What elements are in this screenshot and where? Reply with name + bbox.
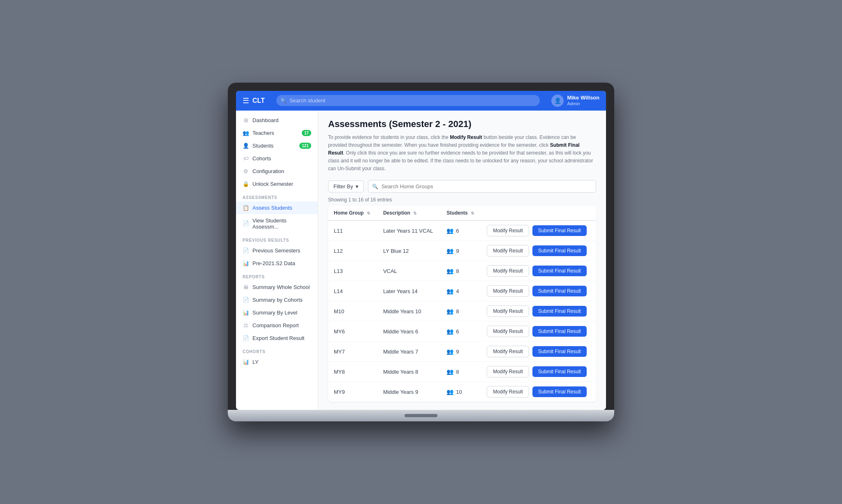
hamburger-icon: ☰: [243, 96, 249, 105]
cell-actions: Modify Result Submit Final Result: [481, 241, 596, 261]
sidebar-item-previous-semesters[interactable]: 📄 Previous Semesters: [236, 244, 318, 257]
top-nav: ☰ CLT 🔍 👤 Mike Willson Admin: [236, 91, 606, 111]
sidebar-item-students[interactable]: 👤 Students 121: [236, 139, 318, 152]
cell-home-group: L14: [328, 281, 377, 301]
col-home-group[interactable]: Home Group ⇅: [328, 206, 377, 220]
table-row: L13 VCAL 👥 8 Modify Result Submit Final …: [328, 261, 596, 281]
chevron-down-icon: ▾: [356, 183, 359, 190]
sidebar-label-dashboard: Dashboard: [252, 117, 279, 123]
cell-students: 👥 8: [441, 362, 481, 382]
modify-result-button[interactable]: Modify Result: [487, 326, 529, 337]
table-row: L12 LY Blue 12 👥 9 Modify Result Submit …: [328, 241, 596, 261]
submit-final-result-button[interactable]: Submit Final Result: [532, 366, 587, 377]
cell-home-group: MY7: [328, 342, 377, 362]
sidebar-item-teachers[interactable]: 👥 Teachers 17: [236, 127, 318, 139]
cell-students: 👥 9: [441, 342, 481, 362]
modify-result-button[interactable]: Modify Result: [487, 225, 529, 236]
cell-actions: Modify Result Submit Final Result: [481, 301, 596, 321]
submit-final-result-button[interactable]: Submit Final Result: [532, 225, 587, 236]
sort-home-group-icon: ⇅: [367, 211, 370, 215]
cell-students: 👥 4: [441, 281, 481, 301]
cohorts-icon: 🏷: [243, 155, 249, 162]
cell-home-group: L11: [328, 220, 377, 241]
search-bar: 🔍: [276, 95, 540, 106]
sidebar-item-export[interactable]: 📄 Export Student Result: [236, 332, 318, 344]
page-title: Assessments (Semester 2 - 2021): [328, 119, 596, 129]
sidebar-item-summary-cohorts[interactable]: 📄 Summary by Cohorts: [236, 294, 318, 306]
sidebar-item-ly[interactable]: 📊 LY: [236, 356, 318, 368]
cell-home-group: M10: [328, 301, 377, 321]
sidebar-label-previous-semesters: Previous Semesters: [252, 247, 300, 254]
filter-by-button[interactable]: Filter By ▾: [328, 180, 364, 192]
laptop-screen: ☰ CLT 🔍 👤 Mike Willson Admin ⊞: [236, 91, 606, 410]
filter-bar: Filter By ▾ 🔍: [328, 180, 596, 193]
sidebar-item-pre2021[interactable]: 📊 Pre-2021.S2 Data: [236, 257, 318, 270]
sidebar-label-teachers: Teachers: [252, 130, 274, 136]
cell-actions: Modify Result Submit Final Result: [481, 220, 596, 241]
search-input[interactable]: [276, 95, 540, 106]
configuration-icon: ⚙: [243, 168, 249, 174]
avatar: 👤: [551, 95, 564, 107]
sidebar-item-configuration[interactable]: ⚙ Configuration: [236, 165, 318, 178]
sidebar-label-comparison: Comparison Report: [252, 322, 299, 328]
table-row: MY8 Middle Years 8 👥 8 Modify Result Sub…: [328, 362, 596, 382]
showing-entries-text: Showing 1 to 16 of 16 entries: [328, 197, 596, 203]
cell-actions: Modify Result Submit Final Result: [481, 321, 596, 342]
students-count: 8: [456, 268, 459, 274]
submit-final-result-button[interactable]: Submit Final Result: [532, 286, 587, 296]
sidebar-item-summary-whole-school[interactable]: 🏛 Summary Whole School: [236, 281, 318, 294]
modify-result-button[interactable]: Modify Result: [487, 245, 529, 257]
submit-final-result-button[interactable]: Submit Final Result: [532, 346, 587, 357]
submit-final-result-button[interactable]: Submit Final Result: [532, 326, 587, 337]
modify-result-button[interactable]: Modify Result: [487, 265, 529, 277]
cell-actions: Modify Result Submit Final Result: [481, 261, 596, 281]
submit-final-result-button[interactable]: Submit Final Result: [532, 245, 587, 256]
app-title: CLT: [252, 97, 265, 104]
assessments-section-label: ASSESSMENTS: [236, 190, 318, 201]
cell-description: Middle Years 10: [377, 301, 441, 321]
user-menu[interactable]: 👤 Mike Willson Admin: [551, 95, 599, 107]
modify-result-button[interactable]: Modify Result: [487, 285, 529, 297]
summary-cohorts-icon: 📄: [243, 297, 249, 303]
summary-level-icon: 📊: [243, 310, 249, 316]
sidebar-item-comparison-report[interactable]: ⚖ Comparison Report: [236, 319, 318, 332]
modify-result-button[interactable]: Modify Result: [487, 346, 529, 357]
cell-description: Later Years 11 VCAL: [377, 220, 441, 241]
submit-final-result-button[interactable]: Submit Final Result: [532, 266, 587, 276]
submit-final-result-button[interactable]: Submit Final Result: [532, 386, 587, 397]
modify-result-button[interactable]: Modify Result: [487, 366, 529, 377]
sidebar-item-dashboard[interactable]: ⊞ Dashboard: [236, 114, 318, 127]
col-description[interactable]: Description ⇅: [377, 206, 441, 220]
cell-home-group: MY8: [328, 362, 377, 382]
teachers-icon: 👥: [243, 130, 249, 136]
page-description: To provide evidence for students in your…: [328, 134, 596, 173]
cell-students: 👥 6: [441, 220, 481, 241]
col-students[interactable]: Students ⇅: [441, 206, 481, 220]
search-home-groups-input[interactable]: [368, 180, 596, 193]
app-body: ⊞ Dashboard 👥 Teachers 17 👤 Students 121…: [236, 111, 606, 410]
search-icon: 🔍: [280, 98, 287, 104]
col-actions: [481, 206, 596, 220]
assessments-table: Home Group ⇅ Description ⇅ Students ⇅: [328, 206, 596, 402]
sidebar-item-assess-students[interactable]: 📋 Assess Students: [236, 201, 318, 214]
sidebar-item-unlock-semester[interactable]: 🔒 Unlock Semester: [236, 178, 318, 190]
sidebar-label-ly: LY: [252, 359, 259, 365]
cell-students: 👥 9: [441, 241, 481, 261]
modify-result-button[interactable]: Modify Result: [487, 305, 529, 317]
menu-button[interactable]: ☰ CLT: [243, 96, 265, 105]
sidebar-item-view-students[interactable]: 📄 View Students Assessm...: [236, 214, 318, 233]
modify-result-button[interactable]: Modify Result: [487, 386, 529, 398]
students-count: 10: [456, 389, 462, 395]
students-count: 8: [456, 369, 459, 375]
sidebar-item-cohorts[interactable]: 🏷 Cohorts: [236, 152, 318, 165]
pre2021-icon: 📊: [243, 260, 249, 266]
sidebar: ⊞ Dashboard 👥 Teachers 17 👤 Students 121…: [236, 111, 318, 410]
students-group-icon: 👥: [446, 268, 453, 274]
cell-home-group: MY6: [328, 321, 377, 342]
sidebar-item-summary-level[interactable]: 📊 Summary By Level: [236, 306, 318, 319]
main-content: Assessments (Semester 2 - 2021) To provi…: [318, 111, 606, 410]
sort-description-icon: ⇅: [413, 211, 416, 215]
submit-final-result-button[interactable]: Submit Final Result: [532, 306, 587, 317]
ly-icon: 📊: [243, 359, 249, 365]
cell-home-group: L13: [328, 261, 377, 281]
